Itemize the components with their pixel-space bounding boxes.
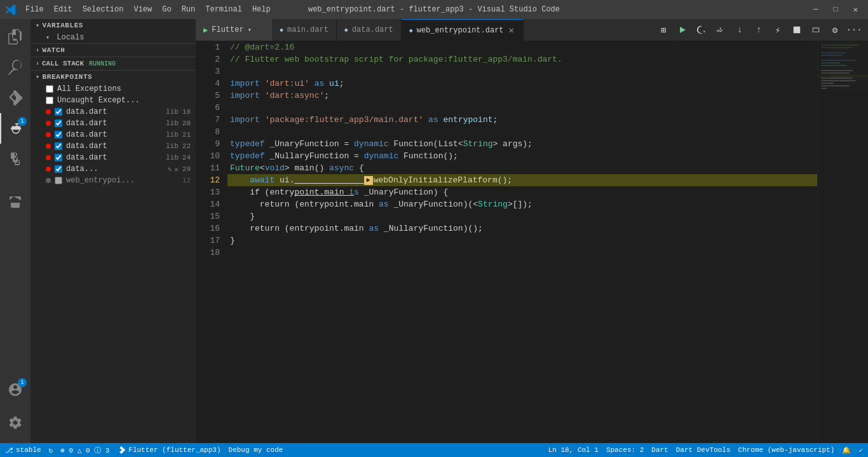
activity-item-debug[interactable]: 1 <box>0 113 31 144</box>
status-debug[interactable]: Debug my code <box>229 446 283 454</box>
status-sync[interactable]: ↻ <box>49 446 53 454</box>
breakpoint-checkbox[interactable] <box>55 131 62 139</box>
status-language[interactable]: Dart <box>651 446 668 454</box>
line-number: 11 <box>196 162 220 174</box>
breakpoint-icons[interactable]: ✎ ✕ <box>168 165 179 174</box>
breakpoint-checkbox[interactable] <box>55 177 62 184</box>
svg-rect-5 <box>821 60 856 61</box>
minimize-button[interactable]: — <box>808 5 823 15</box>
tab-main-dart[interactable]: ◆ main.dart <box>272 19 337 41</box>
list-item[interactable]: All Exceptions <box>31 83 196 95</box>
menu-run[interactable]: Run <box>178 4 200 15</box>
list-item[interactable]: web_entrypoi... 12 <box>31 175 196 186</box>
debug-restart-button[interactable] <box>693 21 710 39</box>
activity-item-git[interactable] <box>0 83 31 113</box>
debug-step-over-button[interactable] <box>712 21 729 39</box>
debug-disconnect-button[interactable] <box>807 21 825 39</box>
breakpoint-checkbox[interactable] <box>55 108 62 116</box>
menu-selection[interactable]: Selection <box>79 4 128 15</box>
breakpoint-line: 22 <box>182 142 191 150</box>
line-number: 13 <box>196 186 220 198</box>
menu-file[interactable]: File <box>22 4 48 15</box>
list-item[interactable]: data.dart lib 22 <box>31 140 196 152</box>
code-line-16: return (entrypoint.main as _NullaryFunct… <box>227 222 817 235</box>
title-bar-menu[interactable]: File Edit Selection View Go Run Terminal… <box>22 4 275 15</box>
breakpoint-checkbox-uncaught[interactable] <box>46 97 53 104</box>
list-item[interactable]: data.dart lib 24 <box>31 152 196 163</box>
debug-continue-button[interactable] <box>674 21 691 39</box>
dart-file-icon: ◆ <box>344 26 348 34</box>
debug-more-button[interactable]: ··· <box>845 21 863 39</box>
list-item[interactable]: data.dart lib 18 <box>31 106 196 118</box>
breakpoints-header[interactable]: ▾ BREAKPOINTS <box>31 71 196 83</box>
menu-view[interactable]: View <box>130 4 156 15</box>
line-number: 8 <box>196 126 220 138</box>
status-browser[interactable]: Chrome (web-javascript) <box>738 446 835 454</box>
debug-record-button[interactable] <box>788 21 806 39</box>
menu-help[interactable]: Help <box>248 4 275 15</box>
debug-grid-button[interactable]: ⊞ <box>654 21 672 39</box>
tab-label: web_entrypoint.dart <box>417 26 504 35</box>
status-feedback[interactable]: ✓ <box>858 446 863 454</box>
code-token <box>423 114 428 126</box>
breakpoint-checkbox[interactable] <box>55 165 62 173</box>
activity-item-testing[interactable] <box>0 187 31 217</box>
debug-hot-reload-button[interactable]: ⚡ <box>769 21 787 39</box>
svg-rect-10 <box>818 75 868 78</box>
menu-go[interactable]: Go <box>158 4 175 15</box>
svg-rect-9 <box>821 72 850 74</box>
list-item[interactable]: data... ✎ ✕ 29 <box>31 163 196 175</box>
status-notifications[interactable]: 🔔 <box>842 446 851 454</box>
list-item[interactable]: Uncaught Except... <box>31 95 196 106</box>
status-devtools[interactable]: Dart DevTools <box>676 446 731 454</box>
debug-step-out-button[interactable]: ↑ <box>750 21 768 39</box>
status-position[interactable]: Ln 18, Col 1 <box>548 446 599 454</box>
status-branch[interactable]: ⎇ stable <box>5 446 41 454</box>
debug-settings-button[interactable]: ⚙ <box>826 21 844 39</box>
code-line-2: // Flutter web bootstrap script for pack… <box>227 53 817 65</box>
tab-data-dart[interactable]: ◆ data.dart <box>337 19 402 41</box>
variables-header[interactable]: ▾ VARIABLES <box>31 19 196 32</box>
code-token: < <box>260 162 265 174</box>
debug-text: Debug my code <box>229 446 283 454</box>
edit-icon[interactable]: ✎ <box>168 165 172 174</box>
list-item[interactable]: data.dart lib 20 <box>31 118 196 129</box>
breakpoint-lib: lib <box>166 154 179 161</box>
menu-terminal[interactable]: Terminal <box>201 4 246 15</box>
activity-item-search[interactable] <box>0 52 31 83</box>
maximize-button[interactable]: □ <box>829 5 843 15</box>
flutter-run-dropdown[interactable]: ▶ Flutter ▾ <box>196 19 272 41</box>
menu-edit[interactable]: Edit <box>50 4 76 15</box>
locals-section[interactable]: ▾ Locals <box>31 32 196 43</box>
main-container: 1 1 ▾ VARIABL <box>0 19 868 443</box>
close-icon[interactable]: ✕ <box>174 165 179 174</box>
variables-chevron: ▾ <box>36 22 40 29</box>
tab-web-entrypoint[interactable]: ◆ web_entrypoint.dart ✕ <box>402 19 524 41</box>
breakpoint-checkbox-all-exceptions[interactable] <box>46 85 53 93</box>
activity-item-account[interactable]: 1 <box>0 374 31 405</box>
code-area[interactable]: // @dart=2.16 // Flutter web bootstrap s… <box>227 41 817 443</box>
breakpoint-line: 18 <box>182 108 191 116</box>
list-item[interactable]: data.dart lib 21 <box>31 129 196 140</box>
status-errors[interactable]: ⊗ 0 △ 0 ⓘ 3 <box>60 446 109 455</box>
debug-step-into-button[interactable]: ↓ <box>731 21 749 39</box>
breakpoint-checkbox[interactable] <box>55 142 62 150</box>
line-numbers: 1 2 3 4 5 6 7 8 9 10 11 12 13 14 15 16 1… <box>196 41 227 443</box>
breakpoint-checkbox[interactable] <box>55 154 62 161</box>
status-flutter[interactable]: Flutter (flutter_app3) <box>117 446 220 454</box>
activity-item-extensions[interactable] <box>0 144 31 174</box>
code-token: _UnaryFunction) { <box>359 186 448 198</box>
breakpoint-checkbox[interactable] <box>55 119 62 127</box>
activity-item-settings[interactable] <box>0 407 31 438</box>
activity-item-explorer[interactable] <box>0 22 31 52</box>
call-stack-header[interactable]: › CALL STACK RUNNING <box>31 57 196 70</box>
window-controls[interactable]: — □ ✕ <box>808 5 863 15</box>
close-button[interactable]: ✕ <box>848 5 863 15</box>
status-spaces[interactable]: Spaces: 2 <box>606 446 644 454</box>
line-number: 17 <box>196 235 220 247</box>
tab-close-button[interactable]: ✕ <box>508 25 515 36</box>
watch-header[interactable]: › WATCH <box>31 44 196 57</box>
code-line-6 <box>227 102 817 114</box>
flutter-run-label: Flutter <box>212 25 243 34</box>
status-bar-left: ⎇ stable ↻ ⊗ 0 △ 0 ⓘ 3 Flutter (flutter_… <box>5 446 283 455</box>
